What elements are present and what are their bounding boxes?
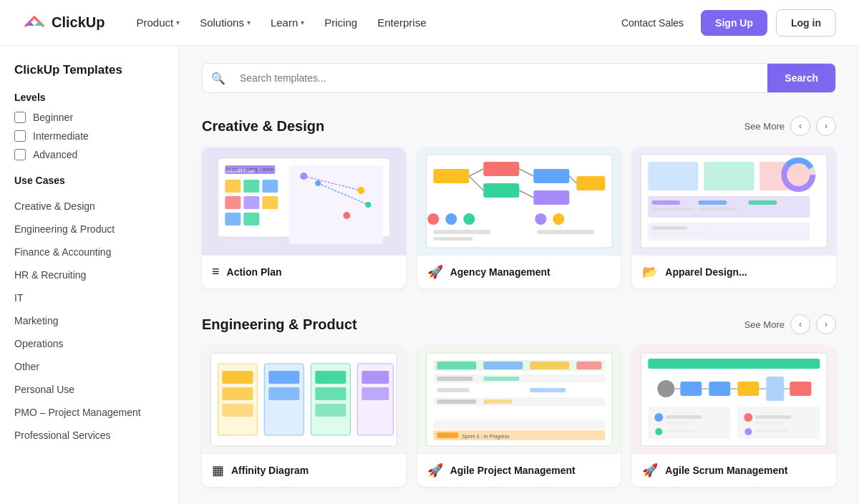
page-layout: ClickUp Templates Levels Beginner Interm… (0, 46, 859, 504)
svg-rect-43 (537, 230, 594, 234)
search-button[interactable]: Search (767, 64, 835, 92)
logo-icon (23, 11, 46, 34)
svg-rect-103 (709, 382, 731, 396)
sidebar-item-finance-accounting[interactable]: Finance & Accounting (14, 241, 164, 263)
svg-rect-5 (243, 180, 259, 193)
svg-rect-28 (533, 169, 569, 183)
svg-rect-83 (433, 409, 605, 417)
section-title-creative: Creative & Design (202, 118, 324, 135)
card-name-affinity: Affinity Diagram (231, 465, 309, 476)
chevron-down-icon: ▾ (247, 19, 251, 26)
section-creative-design: Creative & Design See More ‹ › (202, 116, 836, 289)
logo-text: ClickUp (52, 14, 105, 31)
svg-point-18 (300, 173, 307, 180)
level-advanced[interactable]: Advanced (14, 149, 164, 160)
see-more-engineering[interactable]: See More (744, 319, 785, 330)
sidebar-item-it[interactable]: IT (14, 286, 164, 309)
svg-rect-93 (437, 399, 476, 404)
card-image-agency (417, 147, 621, 255)
chevron-down-icon: ▾ (301, 19, 304, 26)
next-arrow-engineering[interactable]: › (816, 314, 836, 334)
sidebar-item-professional-services[interactable]: Professional Services (14, 424, 164, 447)
svg-rect-54 (749, 200, 777, 205)
svg-rect-30 (576, 176, 605, 190)
card-image-affinity (202, 346, 406, 453)
svg-point-21 (365, 202, 371, 208)
card-footer-agile-scrum: 🚀 Agile Scrum Management (632, 453, 836, 487)
agile-scrum-icon: 🚀 (642, 462, 658, 478)
svg-point-42 (553, 213, 564, 225)
svg-point-122 (745, 428, 752, 435)
svg-rect-89 (437, 377, 472, 381)
svg-rect-70 (268, 371, 299, 384)
svg-rect-73 (315, 387, 346, 400)
sidebar-item-personal-use[interactable]: Personal Use (14, 378, 164, 401)
svg-rect-92 (530, 388, 566, 392)
prev-arrow-creative[interactable]: ‹ (790, 116, 810, 136)
nav-product[interactable]: Product ▾ (127, 11, 188, 34)
sidebar-item-hr-recruiting[interactable]: HR & Recruiting (14, 263, 164, 286)
svg-point-20 (315, 180, 321, 186)
use-cases-section-title: Use Cases (14, 175, 164, 186)
level-beginner[interactable]: Beginner (14, 112, 164, 123)
svg-rect-39 (433, 230, 490, 234)
nav-learn[interactable]: Learn ▾ (262, 11, 313, 34)
cards-grid-engineering: ▦ Affinity Diagram (202, 346, 836, 487)
nav-items: Product ▾ Solutions ▾ Learn ▾ Pricing En… (127, 11, 435, 34)
level-intermediate[interactable]: Intermediate (14, 130, 164, 142)
card-action-plan[interactable]: Action Plan to do doing done (202, 147, 406, 289)
search-bar: 🔍 Search (202, 63, 836, 93)
section-nav-creative: See More ‹ › (744, 116, 836, 136)
card-name-agency: Agency Management (450, 266, 550, 278)
contact-sales-link[interactable]: Contact Sales (613, 11, 692, 34)
svg-rect-71 (268, 387, 299, 400)
card-agency-management[interactable]: 🚀 Agency Management (417, 147, 621, 289)
svg-point-120 (656, 428, 663, 435)
search-icon: 🔍 (203, 72, 234, 85)
card-affinity-diagram[interactable]: ▦ Affinity Diagram (202, 346, 406, 487)
nav-pricing[interactable]: Pricing (316, 11, 366, 34)
login-button[interactable]: Log in (776, 9, 836, 37)
search-input[interactable] (234, 64, 767, 92)
svg-text:Sprint 3 - In Progress: Sprint 3 - In Progress (462, 434, 510, 440)
sidebar-item-creative-design[interactable]: Creative & Design (14, 195, 164, 218)
sidebar-item-other[interactable]: Other (14, 355, 164, 378)
sidebar-item-marketing[interactable]: Marketing (14, 309, 164, 332)
svg-rect-87 (530, 362, 569, 369)
svg-rect-51 (652, 208, 695, 210)
svg-rect-10 (225, 196, 241, 209)
advanced-checkbox[interactable] (14, 149, 26, 160)
sidebar-item-operations[interactable]: Operations (14, 332, 164, 355)
next-arrow-creative[interactable]: › (816, 116, 836, 136)
nav-solutions[interactable]: Solutions ▾ (191, 11, 259, 34)
logo[interactable]: ClickUp (23, 11, 105, 34)
card-name-agile-project: Agile Project Management (450, 465, 576, 476)
intermediate-checkbox[interactable] (14, 130, 26, 142)
sidebar-item-pmo[interactable]: PMO – Project Management (14, 401, 164, 424)
sidebar-item-engineering-product[interactable]: Engineering & Product (14, 218, 164, 241)
svg-point-37 (445, 213, 457, 225)
sidebar-title: ClickUp Templates (14, 63, 164, 77)
signup-button[interactable]: Sign Up (701, 10, 767, 36)
svg-point-101 (658, 380, 675, 397)
svg-rect-57 (652, 232, 709, 235)
section-header-engineering: Engineering & Product See More ‹ › (202, 314, 836, 334)
svg-rect-40 (433, 237, 472, 241)
card-footer-agency: 🚀 Agency Management (417, 255, 621, 289)
svg-rect-104 (738, 382, 759, 396)
svg-rect-115 (666, 415, 702, 419)
prev-arrow-engineering[interactable]: ‹ (790, 314, 810, 334)
card-apparel-design[interactable]: 📂 Apparel Design... (632, 147, 836, 289)
svg-rect-50 (652, 200, 681, 205)
svg-rect-68 (222, 387, 253, 400)
svg-rect-84 (433, 420, 605, 429)
beginner-checkbox[interactable] (14, 112, 26, 123)
svg-rect-12 (262, 196, 278, 209)
navbar-left: ClickUp Product ▾ Solutions ▾ Learn ▾ Pr… (23, 11, 435, 34)
card-agile-project[interactable]: Sprint 3 - In Progress 🚀 Agile Project M… (417, 346, 621, 487)
svg-rect-91 (437, 388, 469, 392)
nav-enterprise[interactable]: Enterprise (369, 11, 435, 34)
see-more-creative[interactable]: See More (744, 121, 785, 132)
navbar-right: Contact Sales Sign Up Log in (613, 9, 836, 37)
card-agile-scrum[interactable]: 🚀 Agile Scrum Management (632, 346, 836, 487)
